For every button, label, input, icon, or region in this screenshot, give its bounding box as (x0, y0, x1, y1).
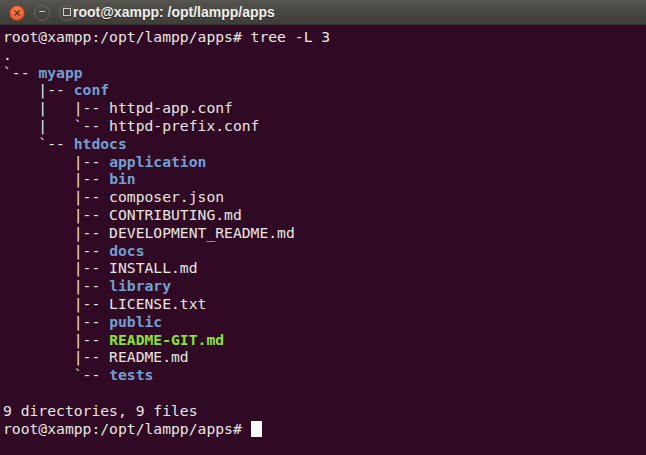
close-button[interactable]: × (9, 5, 25, 21)
terminal-text: |-- DEVELOPMENT_README.md (3, 224, 295, 241)
terminal-text: `-- (3, 366, 109, 383)
terminal-text: |-- LICENSE.txt (3, 295, 206, 312)
directory-name: library (109, 277, 171, 294)
terminal-output: root@xampp:/opt/lampp/apps# tree -L 3.`-… (3, 28, 646, 437)
window-titlebar[interactable]: × − root@xampp: /opt/lampp/apps (0, 0, 646, 25)
terminal-text: |-- (3, 331, 109, 348)
terminal-text: |-- (3, 170, 109, 187)
terminal-line: root@xampp:/opt/lampp/apps# tree -L 3 (3, 28, 646, 46)
terminal-text: `-- (3, 135, 74, 152)
terminal-text: |-- INSTALL.md (3, 259, 198, 276)
terminal-text: | `-- httpd-prefix.conf (3, 117, 259, 134)
terminal-text: |-- composer.json (3, 188, 224, 205)
minimize-button[interactable]: − (34, 5, 50, 21)
terminal-text: root@xampp:/opt/lampp/apps# tree -L 3 (3, 28, 330, 45)
terminal-text: |-- CONTRIBUTING.md (3, 206, 242, 223)
terminal-line: `-- htdocs (3, 135, 646, 153)
directory-name: docs (109, 242, 144, 259)
terminal-text: root@xampp:/opt/lampp/apps# (3, 420, 251, 437)
terminal-line: | `-- httpd-prefix.conf (3, 117, 646, 135)
terminal-line: root@xampp:/opt/lampp/apps# (3, 420, 646, 438)
terminal-line: |-- DEVELOPMENT_README.md (3, 224, 646, 242)
terminal-line: |-- application (3, 153, 646, 171)
terminal-text: 9 directories, 9 files (3, 402, 198, 419)
terminal-line: |-- README-GIT.md (3, 331, 646, 349)
terminal-line: |-- INSTALL.md (3, 259, 646, 277)
terminal-line: | |-- httpd-app.conf (3, 99, 646, 117)
directory-name: bin (109, 170, 136, 187)
terminal-text: |-- (3, 277, 109, 294)
terminal-line: . (3, 46, 646, 64)
terminal-line: |-- LICENSE.txt (3, 295, 646, 313)
terminal-text: |-- (3, 81, 74, 98)
terminal-line: 9 directories, 9 files (3, 402, 646, 420)
terminal-text: `-- (3, 64, 38, 81)
terminal-text: | |-- httpd-app.conf (3, 99, 233, 116)
terminal-line: |-- composer.json (3, 188, 646, 206)
directory-name: htdocs (74, 135, 127, 152)
directory-name: tests (109, 366, 153, 383)
terminal-screen[interactable]: root@xampp:/opt/lampp/apps# tree -L 3.`-… (0, 25, 646, 455)
terminal-line: |-- CONTRIBUTING.md (3, 206, 646, 224)
terminal-line: `-- myapp (3, 64, 646, 82)
terminal-line: |-- bin (3, 170, 646, 188)
terminal-window: × − root@xampp: /opt/lampp/apps root@xam… (0, 0, 646, 455)
terminal-text: |-- (3, 242, 109, 259)
directory-name: conf (74, 81, 109, 98)
terminal-line: |-- library (3, 277, 646, 295)
terminal-text: |-- (3, 313, 109, 330)
terminal-line: |-- public (3, 313, 646, 331)
terminal-text: |-- (3, 153, 109, 170)
terminal-text: . (3, 46, 12, 63)
window-title: root@xampp: /opt/lampp/apps (73, 0, 275, 24)
executable-file-name: README-GIT.md (109, 331, 224, 348)
terminal-cursor (251, 421, 262, 437)
terminal-line: |-- docs (3, 242, 646, 260)
directory-name: public (109, 313, 162, 330)
terminal-line: `-- tests (3, 366, 646, 384)
terminal-line: |-- README.md (3, 348, 646, 366)
directory-name: application (109, 153, 206, 170)
terminal-line: |-- conf (3, 81, 646, 99)
minimize-icon: − (39, 6, 46, 17)
close-icon: × (13, 6, 20, 18)
terminal-text: |-- README.md (3, 348, 189, 365)
directory-name: myapp (38, 64, 82, 81)
maximize-icon (63, 8, 71, 16)
terminal-line (3, 384, 646, 402)
